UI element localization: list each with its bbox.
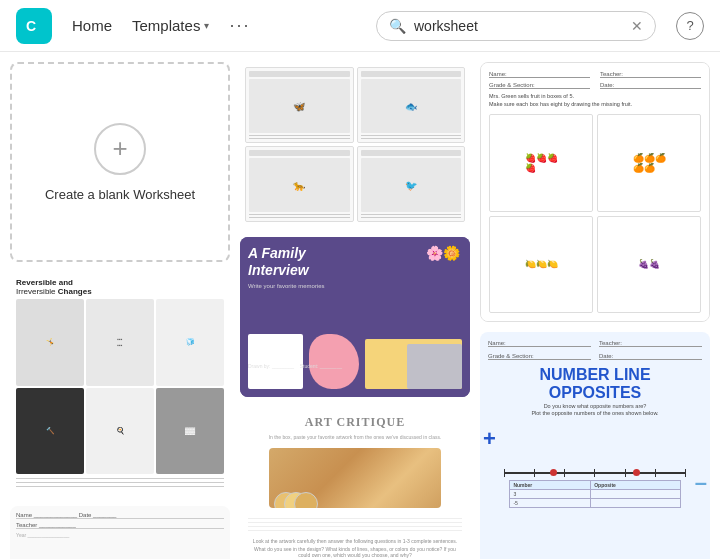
ac-question-text: What do you see in the design? What kind…	[248, 546, 462, 558]
ac-line-4	[248, 530, 462, 531]
ac-circle-3	[294, 492, 318, 508]
gw-cell-1: 🍓🍓🍓🍓	[489, 114, 593, 211]
ac-line-1	[248, 518, 462, 519]
help-button[interactable]: ?	[676, 12, 704, 40]
main-content: + Create a blank Worksheet Reversible an…	[0, 52, 720, 559]
nl-grade-field: Grade & Section:	[488, 353, 591, 360]
template-card-stub[interactable]: Name _____________ Date _______ Teacher …	[10, 506, 230, 559]
nl-table-row-2: -5	[510, 498, 680, 507]
quad-line-2b	[361, 138, 462, 139]
gw-grade-line: Grade & Section:	[489, 82, 590, 89]
gw-grid: 🍓🍓🍓🍓 🍊🍊🍊🍊🍊 🍋🍋🍋 🍇🍇	[489, 114, 701, 313]
ac-line-3	[248, 526, 462, 527]
ws-cell-5: 🍳	[86, 388, 154, 475]
search-input[interactable]	[414, 18, 623, 34]
quad-line-4b	[361, 217, 462, 218]
mid-column: 🦋 🐟 🐆 🐦	[240, 62, 470, 559]
ws-line-1	[16, 478, 224, 479]
gw-date-line: Date:	[600, 82, 701, 89]
gw-teacher-line: Teacher:	[600, 71, 701, 78]
search-bar: 🔍 ✕	[376, 11, 656, 41]
nl-instructions: Do you know what opposite numbers are?Pl…	[488, 403, 702, 417]
nl-tick-1	[504, 469, 505, 477]
nl-dot-left	[550, 469, 557, 476]
nl-diagram: Number Opposite 3 -5	[488, 421, 702, 558]
help-label: ?	[686, 18, 693, 33]
reversible-grid: 🤸 ▪▪▪▪▪▪ 🧊 🔨 🍳 ▓▓	[16, 299, 224, 474]
clear-search-icon[interactable]: ✕	[631, 18, 643, 34]
quad-header-1	[249, 71, 350, 77]
header: C Home Templates ▾ ··· 🔍 ✕ ?	[0, 0, 720, 52]
gw-name-line: Name:	[489, 71, 590, 78]
quad-cell-4: 🐦	[357, 146, 466, 222]
create-blank-label: Create a blank Worksheet	[45, 187, 195, 202]
canva-logo[interactable]: C	[16, 8, 52, 44]
template-card-family-interview[interactable]: A FamilyInterview Write your favorite me…	[240, 237, 470, 397]
nl-num-1: 3	[510, 489, 591, 498]
nl-tick-2	[534, 469, 535, 477]
nl-title: NUMBER LINEOPPOSITES	[488, 366, 702, 401]
ws-cell-2: ▪▪▪▪▪▪	[86, 299, 154, 386]
nav-templates-label: Templates	[132, 17, 200, 34]
nl-table-row-1: 3	[510, 489, 680, 498]
quad-img-2: 🐟	[361, 79, 462, 133]
fi-subtitle: Write your favorite memories	[248, 283, 462, 289]
ws-cell-4: 🔨	[16, 388, 84, 475]
template-card-fruit-grid[interactable]: Name: Teacher: Grade & Section: Date: Mr…	[480, 62, 710, 322]
quad-line-2	[361, 135, 462, 136]
template-card-reversible[interactable]: Reversible andIrreversible Changes 🤸 ▪▪▪…	[10, 272, 230, 496]
quad-line-3	[249, 214, 350, 215]
ws-cell-6: ▓▓	[156, 388, 224, 475]
family-interview-content: A FamilyInterview Write your favorite me…	[240, 237, 470, 397]
nl-tick-7	[685, 469, 686, 477]
nl-table: Number Opposite 3 -5	[509, 480, 680, 508]
gw-header: Name: Teacher:	[489, 71, 701, 78]
fi-gray-box	[407, 344, 462, 389]
nl-header-row2: Grade & Section: Date:	[488, 351, 702, 360]
fi-pink-blob	[309, 334, 359, 389]
nav-more-button[interactable]: ···	[229, 15, 250, 36]
gw-cell-2: 🍊🍊🍊🍊🍊	[597, 114, 701, 211]
template-card-number-line[interactable]: Name: Teacher: Grade & Section: Date: NU…	[480, 332, 710, 559]
template-card-art-critique[interactable]: ART CRITIQUE In the box, paste your favo…	[240, 407, 470, 559]
nl-header-row1: Name: Teacher:	[488, 340, 702, 347]
quad-line-3b	[249, 217, 350, 218]
search-icon: 🔍	[389, 18, 406, 34]
template-card-quad[interactable]: 🦋 🐟 🐆 🐦	[240, 62, 470, 227]
nav-templates[interactable]: Templates ▾	[132, 17, 209, 34]
svg-text:C: C	[26, 18, 36, 34]
right-column: Name: Teacher: Grade & Section: Date: Mr…	[480, 62, 710, 559]
quad-header-3	[249, 150, 350, 156]
quad-img-4: 🐦	[361, 158, 462, 212]
create-blank-button[interactable]: + Create a blank Worksheet	[10, 62, 230, 262]
nl-table-header-row: Number Opposite	[510, 480, 680, 489]
nl-num-2: -5	[510, 498, 591, 507]
nl-col-opposite: Opposite	[591, 480, 680, 489]
fi-white-box	[248, 334, 303, 389]
ws-line-2	[16, 482, 224, 483]
ws-cell-3: 🧊	[156, 299, 224, 386]
number-line-content: Name: Teacher: Grade & Section: Date: NU…	[480, 332, 710, 559]
plus-icon: +	[94, 123, 146, 175]
ac-image-area	[269, 448, 440, 508]
fi-flowers-icon: 🌸🌼	[426, 245, 460, 261]
ws-line-3	[16, 486, 224, 487]
nl-tick-6	[655, 469, 656, 477]
nav-home[interactable]: Home	[72, 17, 112, 34]
reversible-lines	[16, 478, 224, 490]
nl-dot-right	[633, 469, 640, 476]
quad-line-1b	[249, 138, 350, 139]
ac-title: ART CRITIQUE	[305, 415, 405, 430]
nl-opp-2	[591, 498, 680, 507]
nl-axis	[504, 472, 686, 474]
reversible-card-content: Reversible andIrreversible Changes 🤸 ▪▪▪…	[10, 272, 230, 496]
quad-img-1: 🦋	[249, 79, 350, 133]
ac-lines	[248, 518, 462, 534]
nl-tick-5	[625, 469, 626, 477]
ac-footer-text: Look at the artwork carefully then answe…	[253, 538, 457, 544]
quad-cell-3: 🐆	[245, 146, 354, 222]
nl-tick-4	[594, 469, 595, 477]
quad-card-content: 🦋 🐟 🐆 🐦	[240, 62, 470, 227]
fruit-grid-content: Name: Teacher: Grade & Section: Date: Mr…	[481, 63, 709, 321]
nl-tick-3	[564, 469, 565, 477]
